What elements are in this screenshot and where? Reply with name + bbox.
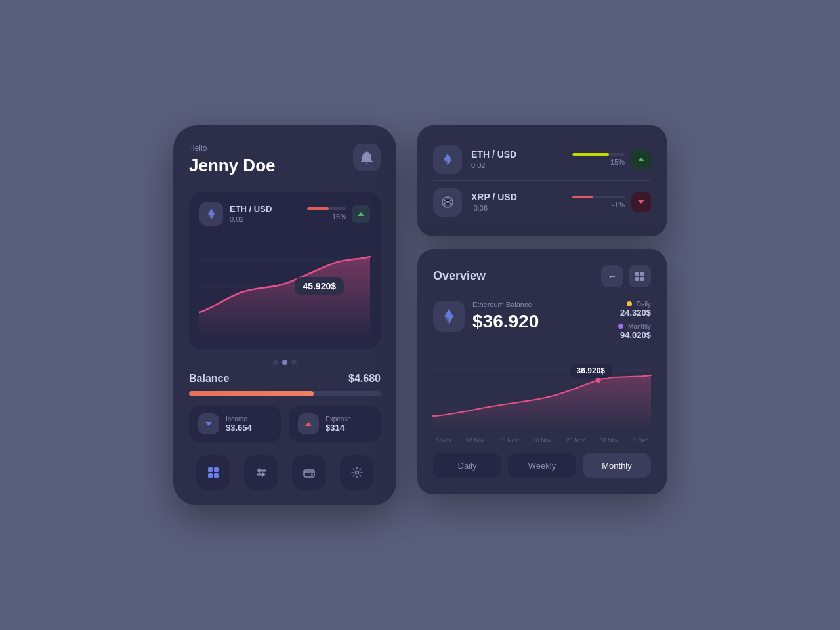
crypto-left: ETH / USD 0.02 [200, 202, 272, 226]
balance-section: Balance $4.680 [189, 373, 381, 396]
x-label-2: 10 Nov [466, 437, 485, 444]
overview-controls: ← [601, 265, 651, 287]
daily-label: Daily [620, 301, 651, 308]
progress-container: 15% [307, 207, 346, 220]
chevron-up-icon [357, 211, 365, 217]
progress-track [307, 207, 346, 210]
progress-fill [307, 207, 329, 210]
back-button[interactable]: ← [601, 265, 623, 287]
ticker-item-eth: ETH / USD 0.02 15% [433, 138, 651, 180]
xrp-ticker-icon [440, 195, 455, 209]
x-label-1: 5 Nov [436, 437, 452, 444]
xrp-bar-fill [572, 196, 593, 198]
x-label-7: 1 Dec [633, 437, 648, 444]
overview-header: Overview ← [433, 265, 651, 287]
overview-chart: 36.920$ [433, 350, 651, 429]
svg-rect-20 [640, 277, 644, 281]
x-label-5: 25 Nov [566, 437, 585, 444]
svg-point-27 [595, 377, 600, 383]
xrp-percent: -1% [572, 201, 625, 209]
daily-stat: Daily 24.320$ [620, 301, 651, 318]
dot-2 [282, 360, 287, 365]
svg-rect-18 [640, 272, 644, 276]
eth-overview-icon [433, 301, 465, 332]
svg-rect-11 [311, 473, 313, 475]
expense-card: Expense $314 [289, 406, 381, 442]
monthly-label: Monthly [618, 323, 651, 330]
chart-card: ETH / USD 0.02 15% [189, 192, 381, 349]
filter-daily[interactable]: Daily [433, 453, 501, 478]
dot-1 [273, 360, 278, 365]
expense-label: Expense [326, 415, 351, 423]
bell-icon [361, 151, 373, 164]
income-card: Income $3.654 [189, 406, 281, 442]
filter-weekly[interactable]: Weekly [508, 453, 576, 478]
eth-balance-label: Ethereum Balance [472, 301, 608, 308]
svg-rect-8 [208, 473, 213, 478]
up-arrow-btn[interactable] [352, 205, 370, 223]
line-chart-svg [200, 234, 370, 339]
ticker-card: ETH / USD 0.02 15% [417, 125, 667, 236]
carousel-dots [189, 360, 381, 365]
eth-bar-fill [572, 153, 609, 156]
balance-row: Balance $4.680 [189, 373, 381, 385]
x-label-3: 15 Nov [499, 437, 518, 444]
chevron-up-icon [304, 419, 313, 429]
xrp-direction-btn[interactable] [631, 192, 651, 212]
eth-balance-value: $36.920 [472, 311, 608, 332]
expense-value: $314 [326, 423, 351, 432]
eth-ticker-price: 0.02 [471, 161, 516, 169]
xrp-ticker-name: XRP / USD [471, 192, 517, 202]
bottom-nav [189, 455, 381, 490]
income-info: Income $3.654 [226, 415, 252, 432]
eth-progress: 15% [572, 153, 625, 166]
xrp-ticker-info: XRP / USD -0.06 [471, 192, 517, 212]
line-chart-area: 45.920$ [200, 234, 370, 339]
phone-header: Hello Jenny Doe [189, 144, 381, 176]
expense-icon [298, 413, 319, 434]
overview-bubble: 36.920$ [570, 364, 612, 378]
nav-swap-button[interactable] [244, 455, 278, 490]
greeting-name: Jenny Doe [189, 156, 276, 176]
ticker-item-xrp: XRP / USD -0.06 -1% [433, 180, 651, 223]
xrp-ticker-price: -0.06 [471, 204, 517, 212]
eth-balance-section: Ethereum Balance $36.920 [433, 301, 608, 340]
svg-rect-9 [214, 473, 219, 478]
overview-chart-svg [433, 350, 651, 429]
swap-icon [255, 466, 268, 479]
crypto-name: ETH / USD [230, 204, 272, 214]
income-icon [198, 413, 219, 434]
balance-bar-track [189, 391, 381, 396]
eth-bar-track [572, 153, 625, 156]
eth-icon-small [200, 202, 223, 226]
monthly-stat: Monthly 94.020$ [618, 323, 651, 340]
xrp-progress: -1% [572, 196, 625, 209]
crypto-info: ETH / USD 0.02 [230, 204, 272, 223]
eth-ticker-name: ETH / USD [471, 149, 516, 159]
eth-icon [433, 145, 462, 174]
bell-button[interactable] [353, 144, 381, 171]
svg-rect-17 [635, 272, 639, 276]
crypto-right: 15% [307, 205, 370, 223]
filter-monthly[interactable]: Monthly [583, 453, 651, 478]
income-value: $3.654 [226, 423, 252, 432]
monthly-value: 94.020$ [618, 330, 651, 340]
eth-direction-btn[interactable] [631, 150, 651, 169]
balance-bar-fill [189, 391, 314, 396]
xrp-bar-track [572, 196, 625, 198]
grid-view-button[interactable] [629, 265, 651, 287]
nav-home-button[interactable] [196, 455, 230, 490]
greeting-small: Hello [189, 144, 276, 153]
daily-value: 24.320$ [620, 308, 651, 318]
dot-3 [291, 360, 297, 365]
settings-icon [350, 466, 364, 479]
ethereum-ticker-icon [440, 152, 455, 167]
phone-card: Hello Jenny Doe [173, 125, 396, 505]
time-filter-group: Daily Weekly Monthly [433, 453, 651, 478]
nav-settings-button[interactable] [340, 455, 374, 490]
nav-wallet-button[interactable] [292, 455, 326, 490]
chevron-down-icon [204, 419, 213, 429]
app-container: Hello Jenny Doe [173, 125, 667, 505]
xrp-icon [433, 188, 462, 217]
balance-amount: $4.680 [348, 373, 381, 385]
